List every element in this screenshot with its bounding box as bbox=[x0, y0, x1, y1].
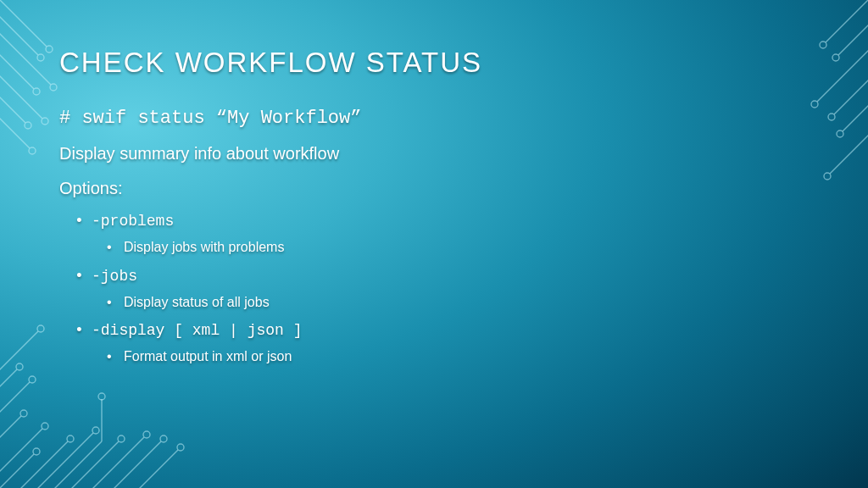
command-line: # swif status “My Workflow” bbox=[59, 108, 809, 129]
svg-point-38 bbox=[118, 435, 125, 442]
svg-point-33 bbox=[92, 427, 99, 434]
svg-point-23 bbox=[837, 130, 843, 137]
svg-line-47 bbox=[0, 382, 30, 420]
svg-line-4 bbox=[0, 25, 51, 85]
svg-point-29 bbox=[42, 423, 48, 430]
svg-line-14 bbox=[826, 0, 868, 42]
option-desc: Format output in xml or json bbox=[124, 346, 809, 368]
slide-title: CHECK WORKFLOW STATUS bbox=[59, 47, 809, 79]
svg-line-20 bbox=[834, 72, 868, 114]
svg-point-25 bbox=[824, 173, 831, 180]
svg-line-10 bbox=[0, 89, 25, 123]
svg-line-45 bbox=[0, 416, 21, 446]
option-flag: -jobs bbox=[92, 265, 809, 288]
svg-line-18 bbox=[817, 42, 868, 102]
svg-point-11 bbox=[25, 122, 31, 129]
svg-point-1 bbox=[46, 46, 53, 53]
svg-line-0 bbox=[0, 0, 47, 47]
svg-line-16 bbox=[838, 17, 868, 55]
svg-line-22 bbox=[843, 97, 868, 131]
svg-line-24 bbox=[830, 127, 868, 174]
svg-line-8 bbox=[0, 68, 42, 119]
svg-line-12 bbox=[0, 110, 30, 148]
svg-point-15 bbox=[820, 42, 826, 48]
svg-line-51 bbox=[0, 331, 38, 378]
svg-point-36 bbox=[98, 393, 105, 400]
svg-point-3 bbox=[37, 54, 44, 61]
command-description: Display summary info about workflow bbox=[59, 144, 809, 164]
svg-line-37 bbox=[59, 441, 119, 488]
option-item: -jobs Display status of all jobs bbox=[92, 265, 809, 313]
svg-point-21 bbox=[828, 114, 835, 120]
svg-point-13 bbox=[29, 147, 36, 154]
svg-point-9 bbox=[42, 118, 48, 125]
svg-point-44 bbox=[177, 444, 184, 451]
svg-point-7 bbox=[33, 88, 40, 95]
svg-point-48 bbox=[29, 376, 36, 383]
svg-line-6 bbox=[0, 47, 34, 89]
svg-point-17 bbox=[832, 54, 839, 61]
svg-line-28 bbox=[0, 429, 42, 480]
svg-point-50 bbox=[16, 363, 23, 370]
options-label: Options: bbox=[59, 179, 809, 198]
option-item: -problems Display jobs with problems bbox=[92, 210, 809, 258]
svg-point-46 bbox=[20, 410, 27, 417]
svg-point-42 bbox=[160, 435, 167, 442]
svg-point-52 bbox=[37, 325, 44, 332]
svg-line-2 bbox=[0, 8, 38, 55]
svg-point-40 bbox=[143, 431, 150, 438]
svg-line-34 bbox=[42, 441, 102, 488]
svg-point-5 bbox=[50, 84, 57, 91]
svg-point-27 bbox=[33, 448, 40, 455]
option-desc: Display status of all jobs bbox=[124, 291, 809, 313]
svg-line-49 bbox=[0, 369, 17, 395]
svg-line-43 bbox=[127, 450, 178, 488]
option-desc: Display jobs with problems bbox=[124, 236, 809, 258]
options-list: -problems Display jobs with problems -jo… bbox=[59, 210, 809, 368]
svg-line-39 bbox=[81, 437, 144, 488]
option-item: -display [ xml | json ] Format output in… bbox=[92, 319, 809, 368]
option-flag: -display [ xml | json ] bbox=[92, 319, 809, 342]
svg-line-41 bbox=[102, 441, 161, 488]
option-flag: -problems bbox=[92, 210, 809, 233]
slide: CHECK WORKFLOW STATUS # swif status “My … bbox=[0, 0, 868, 488]
svg-line-32 bbox=[25, 433, 93, 488]
svg-line-30 bbox=[8, 441, 68, 488]
svg-point-31 bbox=[67, 435, 74, 442]
svg-point-19 bbox=[811, 101, 818, 108]
svg-line-26 bbox=[0, 454, 34, 488]
